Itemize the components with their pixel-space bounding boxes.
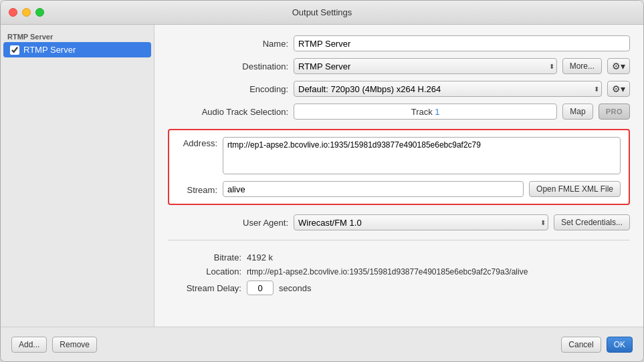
rtmp-address-label: Address:	[177, 137, 217, 148]
more-button[interactable]: More...	[562, 58, 602, 74]
audio-track-row: Audio Track Selection: Track 1 Map PRO	[168, 104, 630, 120]
main-content: RTMP Server RTMP Server Name: Destinatio…	[1, 25, 643, 327]
destination-select[interactable]: RTMP Server	[294, 58, 557, 74]
name-label: Name:	[168, 39, 288, 49]
gear-icon: ⚙▾	[612, 61, 625, 71]
window-title: Output Settings	[292, 7, 352, 17]
titlebar: Output Settings	[1, 1, 643, 25]
footer: Add... Remove Cancel OK	[1, 327, 643, 361]
stream-delay-unit: seconds	[279, 283, 311, 293]
footer-right: Cancel OK	[561, 337, 633, 353]
user-agent-select-wrapper: Wirecast/FM 1.0 ⬍	[294, 214, 548, 230]
ok-button[interactable]: OK	[607, 337, 633, 353]
stream-delay-row: Stream Delay: seconds	[168, 281, 630, 295]
location-label: Location:	[168, 266, 241, 277]
user-agent-row: User Agent: Wirecast/FM 1.0 ⬍ Set Creden…	[168, 214, 630, 230]
sidebar-item-label: RTMP Server	[23, 45, 76, 55]
rtmp-server-checkbox[interactable]	[10, 45, 19, 55]
encoding-gear-icon: ⚙▾	[612, 83, 625, 94]
encoding-select-wrapper: Default: 720p30 (4Mbps) x264 H.264 ⬍	[294, 81, 602, 97]
stream-delay-label: Stream Delay:	[168, 283, 241, 293]
bitrate-label: Bitrate:	[168, 252, 241, 262]
name-row: Name:	[168, 35, 630, 51]
close-button[interactable]	[9, 8, 17, 17]
rtmp-stream-input[interactable]	[223, 181, 524, 197]
encoding-row: Encoding: Default: 720p30 (4Mbps) x264 H…	[168, 81, 630, 97]
pro-button: PRO	[599, 104, 630, 120]
destination-select-wrapper: RTMP Server ⬍	[294, 58, 557, 74]
rtmp-stream-label: Stream:	[177, 184, 217, 195]
location-row: Location: rtmp://ep1-apse2.bcovlive.io:1…	[168, 266, 630, 277]
sidebar: RTMP Server RTMP Server	[1, 25, 154, 327]
user-agent-label: User Agent:	[168, 218, 288, 228]
user-agent-select[interactable]: Wirecast/FM 1.0	[294, 214, 548, 230]
encoding-select[interactable]: Default: 720p30 (4Mbps) x264 H.264	[294, 81, 602, 97]
sidebar-group-label: RTMP Server	[1, 30, 154, 42]
section-divider	[168, 240, 630, 240]
set-credentials-button[interactable]: Set Credentials...	[554, 214, 630, 230]
maximize-button[interactable]	[35, 8, 44, 17]
footer-left: Add... Remove	[11, 337, 97, 353]
cancel-button[interactable]: Cancel	[561, 337, 601, 353]
track-number: 1	[435, 107, 439, 117]
destination-gear-button[interactable]: ⚙▾	[607, 58, 630, 74]
output-settings-window: Output Settings RTMP Server RTMP Server …	[0, 0, 644, 362]
remove-button[interactable]: Remove	[52, 337, 97, 353]
encoding-label: Encoding:	[168, 84, 288, 94]
rtmp-address-row: Address: rtmp://ep1-apse2.bcovlive.io:19…	[177, 137, 621, 174]
rtmp-settings-section: Address: rtmp://ep1-apse2.bcovlive.io:19…	[168, 129, 630, 205]
sidebar-item-rtmp-server[interactable]: RTMP Server	[3, 42, 151, 57]
destination-row: Destination: RTMP Server ⬍ More... ⚙▾	[168, 58, 630, 74]
encoding-gear-button[interactable]: ⚙▾	[607, 81, 630, 97]
name-input[interactable]	[294, 35, 630, 51]
add-button[interactable]: Add...	[11, 337, 47, 353]
open-fmle-button[interactable]: Open FMLE XML File	[529, 181, 621, 197]
track-input[interactable]: Track 1	[294, 104, 557, 120]
audio-track-label: Audio Track Selection:	[168, 107, 288, 117]
stream-delay-input[interactable]	[247, 281, 274, 295]
rtmp-stream-row: Stream: Open FMLE XML File	[177, 181, 621, 197]
settings-panel: Name: Destination: RTMP Server ⬍ More...…	[154, 25, 643, 327]
info-section: Bitrate: 4192 k Location: rtmp://ep1-aps…	[168, 250, 630, 298]
destination-label: Destination:	[168, 61, 288, 71]
bitrate-row: Bitrate: 4192 k	[168, 252, 630, 262]
window-controls	[9, 8, 44, 17]
minimize-button[interactable]	[22, 8, 31, 17]
rtmp-address-input[interactable]: rtmp://ep1-apse2.bcovlive.io:1935/15981d…	[223, 137, 621, 174]
track-prefix: Track	[411, 107, 433, 117]
bitrate-value: 4192 k	[247, 252, 273, 262]
location-value: rtmp://ep1-apse2.bcovlive.io:1935/15981d…	[247, 267, 528, 277]
map-button[interactable]: Map	[562, 104, 593, 120]
